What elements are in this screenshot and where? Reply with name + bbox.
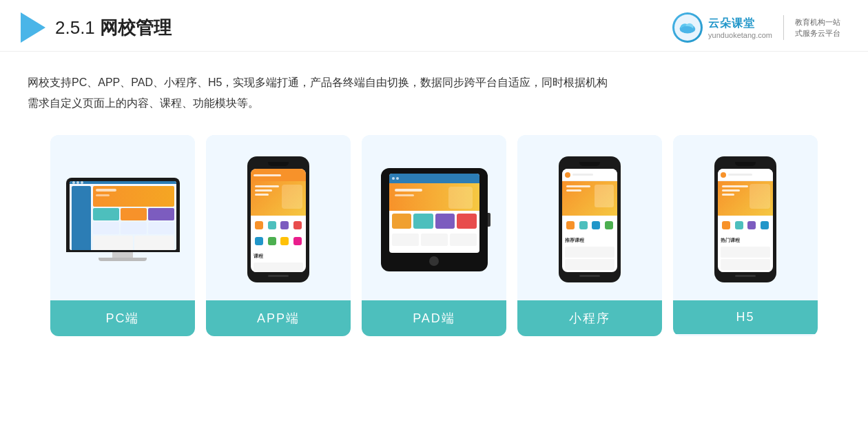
h5-icon-4 <box>761 221 769 229</box>
mini-grid-2 <box>578 218 589 232</box>
pc-card-1 <box>93 208 119 220</box>
pc-card-8 <box>134 236 174 250</box>
pad-course-1 <box>392 234 419 246</box>
pad-grid-1 <box>392 214 412 229</box>
phone-hero-line1 <box>255 185 279 187</box>
pad-banner-line2 <box>395 194 414 196</box>
pc-banner <box>93 186 174 207</box>
mini-hero-line1 <box>566 185 590 187</box>
pad-screen-header <box>389 174 479 183</box>
pad-grid <box>389 211 479 231</box>
phone-notch-h5 <box>735 162 756 166</box>
mini-icon-2 <box>579 221 588 229</box>
mini-courses-title: 推荐课程 <box>565 237 614 245</box>
h5-hero-figure <box>750 184 770 209</box>
grid-item-2 <box>267 218 278 232</box>
phone-notch-app <box>268 162 289 166</box>
grid-item-8 <box>292 234 303 248</box>
h5-grid-2 <box>734 218 745 232</box>
pc-mockup <box>66 178 180 261</box>
phone-outer-mini: 推荐课程 <box>559 156 621 282</box>
phone-hero-text-h5 <box>722 185 748 198</box>
h5-hero-line1 <box>722 185 748 187</box>
mini-icon-4 <box>605 221 613 229</box>
pad-grid-4 <box>457 214 477 229</box>
mini-brand-dot <box>565 172 570 178</box>
pad-banner-content <box>395 189 422 196</box>
h5-grid-4 <box>759 218 770 232</box>
pad-grid-2 <box>413 214 433 229</box>
mini-grid-3 <box>591 218 602 232</box>
logo-triangle-icon <box>21 12 45 43</box>
course-item-1 <box>254 262 303 272</box>
grid-item-7 <box>280 234 291 248</box>
phone-header-h5 <box>718 169 773 181</box>
grid-icon-2 <box>268 221 276 229</box>
card-mini-image: 推荐课程 <box>517 135 662 300</box>
grid-icon-4 <box>293 221 302 229</box>
pc-cards-row-2 <box>93 222 174 234</box>
pc-card-7 <box>93 236 133 250</box>
pc-card-3 <box>148 208 174 220</box>
phone-hero-line2 <box>255 189 272 192</box>
phone-grid-mini <box>562 216 617 235</box>
grid-icon-5 <box>255 237 263 245</box>
phone-grid-h5 <box>718 216 773 235</box>
mini-icon-1 <box>566 221 575 229</box>
card-h5-label: H5 <box>673 300 818 334</box>
pad-banner-img <box>448 187 473 209</box>
brand-text: 云朵课堂 yunduoketang.com <box>708 17 772 39</box>
mini-grid-4 <box>603 218 614 232</box>
header-right: 云朵课堂 yunduoketang.com 教育机构一站 式服务云平台 <box>672 12 840 43</box>
phone-hero-app <box>251 181 306 216</box>
mini-header-text <box>572 174 593 176</box>
page-title: 2.5.1 网校管理 <box>55 16 172 40</box>
page-wrapper: 2.5.1 网校管理 云朵课堂 yunduoketang.com <box>0 0 868 434</box>
pc-cards-row <box>93 208 174 220</box>
phone-screen-h5: 热门课程 <box>718 169 773 272</box>
pad-grid-3 <box>435 214 455 229</box>
header: 2.5.1 网校管理 云朵课堂 yunduoketang.com <box>0 0 868 52</box>
phone-hero-line3 <box>255 194 269 196</box>
grid-item-6 <box>267 234 278 248</box>
grid-icon-1 <box>255 221 263 229</box>
brand-url: yunduoketang.com <box>708 31 772 39</box>
pc-main-content <box>93 186 174 250</box>
courses-title: 课程 <box>254 253 303 261</box>
card-pc-label: PC端 <box>50 300 195 336</box>
phone-screen-mini: 推荐课程 <box>562 169 617 272</box>
card-app-image: 课程 <box>206 135 351 300</box>
grid-icon-8 <box>293 237 302 245</box>
pad-course-3 <box>450 234 477 246</box>
phone-screen-app: 课程 <box>251 169 306 272</box>
svg-point-4 <box>681 26 694 33</box>
phone-hero-img <box>282 185 302 209</box>
mini-hero-line2 <box>566 189 581 192</box>
grid-icon-7 <box>280 237 289 245</box>
mini-grid-1 <box>565 218 576 232</box>
phone-mockup-h5: 热门课程 <box>713 156 778 282</box>
phone-notch-mini <box>579 162 600 166</box>
h5-icon-1 <box>722 221 730 229</box>
h5-header-text <box>728 174 752 176</box>
pad-outer <box>381 168 488 271</box>
pad-banner <box>389 183 479 211</box>
description-text: 网校支持PC、APP、PAD、小程序、H5，实现多端打通，产品各终端自由切换，数… <box>28 72 840 114</box>
h5-course-3 <box>721 271 770 272</box>
phone-outer-h5: 热门课程 <box>714 156 776 282</box>
phone-header-text <box>254 174 281 176</box>
grid-icon-6 <box>268 237 276 245</box>
pc-banner-text2 <box>96 194 110 196</box>
phone-mockup-mini: 推荐课程 <box>559 156 621 282</box>
brand-name: 云朵课堂 <box>708 17 755 31</box>
grid-item-1 <box>254 218 265 232</box>
phone-courses-app: 课程 <box>251 251 306 272</box>
h5-courses-title: 热门课程 <box>721 237 770 245</box>
phone-hero-text-app <box>255 185 279 198</box>
h5-grid-1 <box>721 218 732 232</box>
card-pc-image <box>50 135 195 300</box>
pc-card-6 <box>148 222 174 234</box>
pad-screen <box>389 174 479 253</box>
pad-dot-1 <box>392 177 395 180</box>
pc-base <box>99 258 147 261</box>
